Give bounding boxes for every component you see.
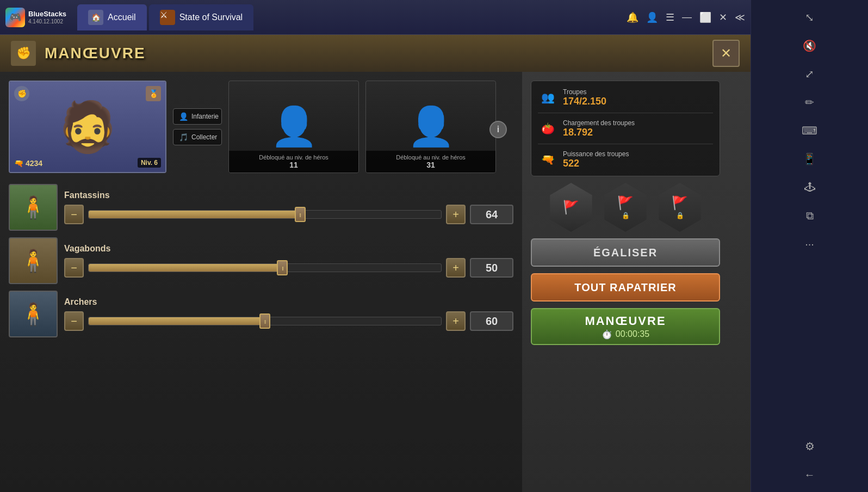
sidebar-gamepad-icon[interactable]: 🕹 <box>798 175 822 199</box>
collect-icon: 🎵 <box>179 133 188 142</box>
troupes-icon: 👥 <box>538 88 557 107</box>
flag-badge-2[interactable]: 🚩 🔒 <box>601 183 650 232</box>
collapse-icon[interactable]: ≪ <box>735 11 745 23</box>
chargement-icon: 🍅 <box>538 119 557 138</box>
sidebar-back-icon[interactable]: ← <box>798 463 822 487</box>
flag-badge-3-inner: 🚩 🔒 <box>672 195 688 219</box>
flag-badge-1[interactable]: 🚩 <box>547 183 596 232</box>
stat-divider-1 <box>538 113 713 113</box>
sidebar-copy-icon[interactable]: ⧉ <box>798 204 822 227</box>
fantassins-increase-button[interactable]: + <box>446 205 466 224</box>
chargement-value: 18.792 <box>563 127 713 138</box>
troupes-value: 174/2.150 <box>563 96 713 107</box>
stat-chargement: 🍅 Chargement des troupes 18.792 <box>538 119 713 138</box>
tab-game[interactable]: ⚔ State of Survival <box>149 4 254 30</box>
fantassins-slider[interactable] <box>88 210 442 219</box>
home-tab-icon: 🏠 <box>88 10 103 25</box>
bluestacks-logo: 🎮 BlueStacks 4.140.12.1002 <box>5 8 66 27</box>
hero-power: 🔫 4234 <box>14 159 42 168</box>
hero-tag-infantry[interactable]: 👤 Infanterie <box>173 108 222 125</box>
troop-section: 🧍 Fantassins − + 64 <box>9 184 513 337</box>
home-tab-label: Accueil <box>108 13 136 22</box>
fantassins-decrease-button[interactable]: − <box>64 205 84 224</box>
archers-increase-button[interactable]: + <box>446 311 466 331</box>
hero-fist-icon: ✊ <box>14 86 29 101</box>
sidebar-keyboard-icon[interactable]: ⌨ <box>798 119 822 143</box>
right-sidebar: ⤡ 🔇 ⤢ ✏ ⌨ 📱 🕹 ⧉ ··· ⚙ ← <box>751 0 868 492</box>
fantassins-portrait[interactable]: 🧍 <box>9 184 58 231</box>
vagabonds-increase-button[interactable]: + <box>446 258 466 278</box>
archers-handle[interactable] <box>259 313 270 329</box>
flag-badges: 🚩 🚩 🔒 🚩 🔒 <box>531 183 720 232</box>
sidebar-resize-icon[interactable]: ⤢ <box>798 62 822 86</box>
archers-value: 60 <box>470 311 513 331</box>
stat-troupes: 👥 Troupes 174/2.150 <box>538 88 713 107</box>
puissance-icon: 🔫 <box>538 150 557 169</box>
fantassins-handle[interactable] <box>295 207 306 222</box>
vagabonds-slider[interactable] <box>88 263 442 272</box>
right-panel: 👥 Troupes 174/2.150 🍅 Chargement des tro… <box>522 72 729 492</box>
archers-portrait[interactable]: 🧍 <box>9 291 58 337</box>
hero-slot-2[interactable]: 👤 Débloqué au niv. de héros 31 <box>365 81 496 173</box>
flag-1-icon: 🚩 <box>563 200 579 215</box>
archers-label: Archers <box>64 297 513 307</box>
manoeuvre-btn-timer: ⏱️ 00:00:35 <box>602 329 649 340</box>
sidebar-screen-icon[interactable]: 📱 <box>798 147 822 171</box>
game-tab-label: State of Survival <box>179 13 243 22</box>
hero-section: 🧔 ✊ 🏅 Niv. 6 🔫 4234 👤 Infanterie <box>9 81 513 173</box>
app-name: BlueStacks <box>28 10 66 19</box>
flag-badge-3[interactable]: 🚩 🔒 <box>655 183 704 232</box>
hero-tag-collect[interactable]: 🎵 Collecter <box>173 129 222 145</box>
flag-3-icon: 🚩 <box>672 195 688 211</box>
account-icon[interactable]: 👤 <box>646 11 658 23</box>
troop-row-vagabonds: 🧍 Vagabonds − + 50 <box>9 237 513 284</box>
equaliser-button[interactable]: ÉGALISER <box>531 238 720 267</box>
puissance-value: 522 <box>563 158 713 169</box>
manoeuvre-btn-title: MANŒUVRE <box>585 314 666 328</box>
hero-card-main[interactable]: 🧔 ✊ 🏅 Niv. 6 🔫 4234 <box>9 81 166 173</box>
infantry-label: Infanterie <box>191 113 219 120</box>
archers-controls: Archers − + 60 <box>64 297 513 331</box>
archers-image: 🧍 <box>10 292 57 336</box>
vagabonds-handle[interactable] <box>277 260 288 275</box>
stat-puissance: 🔫 Puissance des troupes 522 <box>538 150 713 169</box>
infantry-icon: 👤 <box>179 112 188 121</box>
vagabonds-label: Vagabonds <box>64 244 513 254</box>
sidebar-settings-icon[interactable]: ⚙ <box>798 434 822 458</box>
archers-decrease-button[interactable]: − <box>64 311 84 331</box>
minimize-icon[interactable]: — <box>682 11 692 23</box>
maximize-icon[interactable]: ⬜ <box>699 11 711 23</box>
archers-fill <box>89 317 265 325</box>
close-app-icon[interactable]: ✕ <box>719 11 727 23</box>
lock-3-icon: 🔒 <box>676 212 684 219</box>
tab-home[interactable]: 🏠 Accueil <box>77 4 147 30</box>
vagabonds-portrait[interactable]: 🧍 <box>9 237 58 284</box>
fantassins-controls: Fantassins − + 64 <box>64 190 513 224</box>
slot-1-unlock-level: 11 <box>233 161 354 169</box>
troop-row-archers: 🧍 Archers − + 60 <box>9 291 513 337</box>
info-button[interactable]: i <box>489 121 507 138</box>
content-area: i 🧔 ✊ 🏅 Niv. 6 🔫 4234 <box>0 72 751 492</box>
flag-2-icon: 🚩 <box>617 195 634 211</box>
bluestacks-logo-icon: 🎮 <box>5 8 25 27</box>
sidebar-edit-icon[interactable]: ✏ <box>798 90 822 114</box>
close-button[interactable]: ✕ <box>712 40 740 67</box>
sidebar-expand-icon[interactable]: ⤡ <box>798 5 822 29</box>
fantassins-image: 🧍 <box>10 185 57 230</box>
vagabonds-image: 🧍 <box>10 238 57 283</box>
main-content: ✊ MANŒUVRE ✕ i 🧔 ✊ 🏅 Niv. 6 <box>0 35 751 492</box>
sidebar-volume-icon[interactable]: 🔇 <box>798 34 822 58</box>
top-bar-right: 🔔 👤 ☰ — ⬜ ✕ ≪ <box>627 11 745 23</box>
manoeuvre-header: ✊ MANŒUVRE ✕ <box>0 35 751 72</box>
archers-slider[interactable] <box>88 317 442 325</box>
hero-tags: 👤 Infanterie 🎵 Collecter <box>173 81 222 173</box>
sidebar-more-icon[interactable]: ··· <box>798 232 822 256</box>
rapatrier-button[interactable]: TOUT RAPATRIER <box>531 273 720 302</box>
fantassins-fill <box>89 211 300 218</box>
manoeuvre-button[interactable]: MANŒUVRE ⏱️ 00:00:35 <box>531 308 720 345</box>
vagabonds-decrease-button[interactable]: − <box>64 258 84 278</box>
hero-slot-1[interactable]: 👤 Débloqué au niv. de héros 11 <box>228 81 359 173</box>
menu-icon[interactable]: ☰ <box>666 11 674 23</box>
flag-badge-2-inner: 🚩 🔒 <box>617 195 634 219</box>
notification-icon[interactable]: 🔔 <box>627 11 638 23</box>
